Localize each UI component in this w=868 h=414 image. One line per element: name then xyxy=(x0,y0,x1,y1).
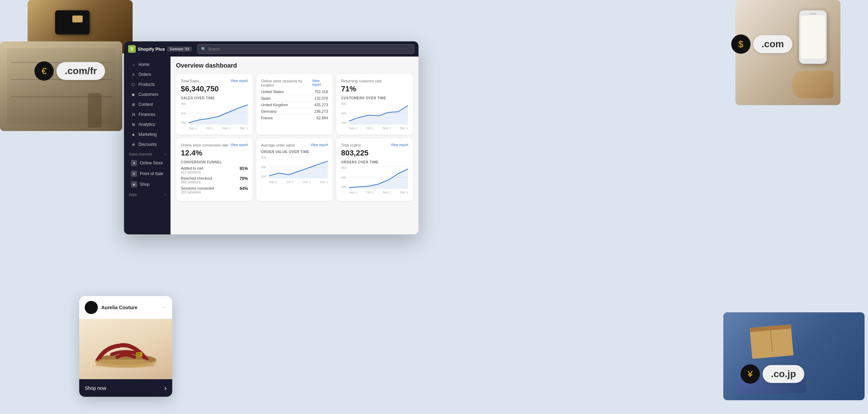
sidebar-item-customers[interactable]: ◉ Customers xyxy=(126,90,168,99)
pos-icon: ⊞ xyxy=(131,171,137,177)
main-content: Overview dashboard Total Sales View repo… xyxy=(170,57,418,234)
sidebar-item-finances[interactable]: ⊟ Finances xyxy=(126,110,168,119)
card-online-sessions: Online store sessions by location View r… xyxy=(256,74,333,135)
avg-order-label: Average order value xyxy=(261,143,295,147)
funnel-row-checkout: Reached checkout 389 sessions 70% xyxy=(181,176,248,184)
home-icon: ⌂ xyxy=(131,62,136,67)
currency-badge-usd: $ .com xyxy=(731,34,792,54)
currency-badge-jpy: ¥ .co.jp xyxy=(741,364,804,384)
online-sessions-link[interactable]: View report xyxy=(312,79,328,87)
conversion-label: Online store conversion rate xyxy=(181,143,228,147)
shopify-plus-text: Shopify Plus xyxy=(138,47,165,52)
location-uk-name: United Kingdom xyxy=(261,103,288,107)
sidebar-item-pos[interactable]: ⊞ Point of Sale xyxy=(126,169,168,179)
funnel-name-converted: Sessions converted xyxy=(181,186,240,190)
online-sessions-label: Online store sessions by location xyxy=(261,79,312,87)
sidebar-item-discounts[interactable]: ⊕ Discounts xyxy=(126,140,168,149)
sidebar-item-online-store[interactable]: 🖥 Online Store xyxy=(126,158,168,168)
sidebar-item-shop[interactable]: ◉ Shop xyxy=(126,179,168,190)
avg-order-link[interactable]: View report xyxy=(311,143,328,147)
location-us-value: 752,318 xyxy=(314,90,328,94)
online-store-icon: 🖥 xyxy=(131,160,137,166)
sidebar-item-home[interactable]: ⌂ Home xyxy=(126,60,168,69)
total-orders-sub: Orders over time xyxy=(341,160,408,164)
location-row-uk: United Kingdom 425,273 xyxy=(261,102,328,108)
total-sales-header: Total Sales View report xyxy=(181,79,248,83)
funnel-sessions-cart: 412 sessions xyxy=(181,170,240,174)
aurelia-more-button[interactable]: ··· xyxy=(162,304,167,311)
sidebar-item-analytics[interactable]: ⊞ Analytics xyxy=(126,120,168,129)
sales-channels-label: Sales channels xyxy=(129,152,152,156)
sidebar-item-orders[interactable]: ≡ Orders xyxy=(126,70,168,79)
total-orders-x-labels: Sep 1Oct 1Nov 1Dec 1 xyxy=(349,191,408,194)
funnel-sessions-converted: 319 sessions xyxy=(181,190,240,194)
funnel-left-converted: Sessions converted 319 sessions xyxy=(181,186,240,194)
sidebar-item-marketing[interactable]: ◈ Marketing xyxy=(126,130,168,139)
conversion-funnel: Conversion Funnel Added to cart 412 sess… xyxy=(181,160,248,194)
funnel-row-cart: Added to cart 412 sessions 91% xyxy=(181,166,248,174)
sidebar-label-pos: Point of Sale xyxy=(140,171,163,176)
online-sessions-header: Online store sessions by location View r… xyxy=(261,79,328,87)
funnel-pct-converted: 64% xyxy=(240,186,248,191)
total-sales-label: Total Sales xyxy=(181,79,199,83)
content-icon: ⊞ xyxy=(131,102,136,107)
total-sales-y-labels: 800400200 xyxy=(181,102,186,124)
card-conversion-rate: Online store conversion rate View report… xyxy=(176,138,253,201)
funnel-name-cart: Added to cart xyxy=(181,166,240,170)
location-row-us: United States 752,318 xyxy=(261,89,328,95)
funnel-left-cart: Added to cart 412 sessions xyxy=(181,166,240,174)
sidebar-item-products[interactable]: ⬡ Products xyxy=(126,80,168,89)
dashboard-title: Overview dashboard xyxy=(176,62,413,69)
funnel-pct-checkout: 70% xyxy=(240,176,248,181)
sidebar-label-finances: Finances xyxy=(138,112,155,117)
jpy-label: .co.jp xyxy=(763,365,804,383)
search-placeholder: Search xyxy=(208,47,220,51)
search-bar[interactable]: 🔍 Search xyxy=(197,44,414,54)
sidebar-item-content[interactable]: ⊞ Content xyxy=(126,100,168,109)
total-sales-sub: Sales over time xyxy=(181,96,248,100)
conversion-link[interactable]: View report xyxy=(230,143,248,147)
apps-chevron-icon: › xyxy=(165,193,166,196)
returning-label: Returning customer rate xyxy=(341,79,382,83)
total-orders-link[interactable]: View report xyxy=(391,143,408,147)
card-total-sales: Total Sales View report $6,340,750 Sales… xyxy=(176,74,253,135)
total-sales-link[interactable]: View report xyxy=(230,79,248,83)
sidebar-section-apps: Apps › xyxy=(124,190,170,198)
avg-order-chart-area: 800400200 Sep 1Oct 1Nov 1Dec xyxy=(261,156,328,184)
finances-icon: ⊟ xyxy=(131,112,136,117)
search-icon: 🔍 xyxy=(201,47,206,51)
eur-circle: € xyxy=(34,61,54,81)
total-sales-chart-area: 800400200 Sep 1Oct 1Nov 1Dec xyxy=(181,102,248,130)
conversion-value: 12.4% xyxy=(181,149,248,158)
location-table: United States 752,318 Spain 132,076 Unit… xyxy=(261,89,328,121)
total-orders-y-labels: 800400200 xyxy=(341,166,346,189)
card-returning-customer: Returning customer rate 71% Customers ov… xyxy=(336,74,413,135)
location-de-name: Germany xyxy=(261,109,277,113)
eur-label: .com/fr xyxy=(56,62,105,80)
orders-icon: ≡ xyxy=(131,72,136,77)
bg-photo-store xyxy=(0,41,122,131)
apps-label: Apps xyxy=(129,193,137,196)
avg-order-y-labels: 800400200 xyxy=(261,156,266,178)
total-sales-x-labels: Sep 1Oct 1Nov 1Dec 1 xyxy=(189,127,248,130)
shopify-body: ⌂ Home ≡ Orders ⬡ Products ◉ Customers ⊞… xyxy=(124,57,418,234)
total-orders-label: Total orders xyxy=(341,143,361,147)
currency-badge-eur: € .com/fr xyxy=(34,61,105,81)
location-row-de: Germany 236,273 xyxy=(261,108,328,115)
sidebar: ⌂ Home ≡ Orders ⬡ Products ◉ Customers ⊞… xyxy=(124,57,170,234)
returning-value: 71% xyxy=(341,84,408,93)
returning-header: Returning customer rate xyxy=(341,79,408,83)
aurelia-avatar xyxy=(85,301,98,314)
funnel-sessions-checkout: 389 sessions xyxy=(181,180,240,184)
location-fr-value: 62,894 xyxy=(317,116,328,120)
discounts-icon: ⊕ xyxy=(131,142,136,147)
aurelia-cta-text: Shop now xyxy=(85,385,106,391)
avg-order-chart: Sep 1Oct 1Nov 1Dec 1 xyxy=(269,156,328,184)
total-sales-chart: Sep 1Oct 1Nov 1Dec 1 xyxy=(189,102,248,130)
stats-row-1: Total Sales View report $6,340,750 Sales… xyxy=(176,74,413,135)
sidebar-label-orders: Orders xyxy=(138,72,151,77)
marketing-icon: ◈ xyxy=(131,132,136,137)
aurelia-shop-now-button[interactable]: Shop now › xyxy=(79,379,172,397)
shopify-window: S Shopify Plus Summer '23 🔍 Search ⌂ Hom… xyxy=(124,41,418,234)
sidebar-label-products: Products xyxy=(138,82,155,87)
